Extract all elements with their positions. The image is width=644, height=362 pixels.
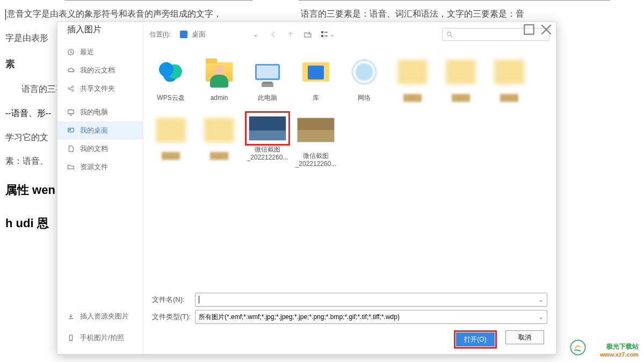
- toolbar: 位置(I): 桌面 ⌄ ⌄: [143, 22, 556, 47]
- item-library[interactable]: 库: [292, 53, 340, 103]
- open-button-label: 打开(O): [464, 335, 486, 344]
- svg-point-14: [447, 32, 451, 36]
- up-button[interactable]: [285, 28, 296, 40]
- pc-icon: [67, 108, 75, 116]
- sidebar: 插入图片 最近 我的云文档 共享文件夹 我的电脑 我的桌面: [57, 22, 143, 354]
- sidebar-item-desktop[interactable]: 我的桌面: [57, 121, 143, 140]
- svg-point-6: [72, 90, 74, 92]
- sidebar-item-label: 手机图片/拍照: [80, 333, 124, 343]
- bottom-panel: 文件名(N): ⌄ 文件类型(T): 所有图片(*.emf;*.wmf;*.jp…: [143, 285, 556, 354]
- close-button[interactable]: [539, 24, 554, 35]
- item-blurred[interactable]: ████: [485, 53, 533, 103]
- sidebar-item-label: 我的文档: [80, 144, 108, 154]
- filetype-combo[interactable]: 所有图片(*.emf;*.wmf;*.jpg;*.jpeg;*.jpe;*.pn…: [195, 310, 547, 324]
- item-label: 此电脑: [258, 94, 277, 103]
- folder-icon: [67, 163, 75, 171]
- item-wechat-screenshot-2[interactable]: 微信截图_202212260...: [292, 111, 340, 169]
- svg-point-15: [570, 340, 585, 354]
- chevron-down-icon: ⌄: [330, 31, 335, 38]
- sidebar-item-recent[interactable]: 最近: [57, 43, 143, 61]
- svg-rect-12: [321, 31, 323, 33]
- sidebar-item-resources[interactable]: 资源文件: [57, 158, 143, 176]
- item-wechat-screenshot-1[interactable]: 微信截图_202212260...: [243, 111, 292, 169]
- desktop-mini-icon: [180, 31, 187, 38]
- sidebar-item-label: 我的电脑: [80, 107, 108, 117]
- library-icon: [302, 62, 329, 82]
- chevron-down-icon: ⌄: [253, 31, 258, 38]
- sidebar-item-mydocs[interactable]: 我的文档: [57, 140, 143, 158]
- item-admin[interactable]: admin: [195, 53, 243, 103]
- item-label: admin: [211, 94, 228, 103]
- item-label-suffix: _202212260...: [295, 160, 337, 168]
- phone-icon: [67, 334, 75, 342]
- sidebar-item-phone[interactable]: 手机图片/拍照: [57, 327, 143, 349]
- svg-point-11: [70, 339, 71, 340]
- sidebar-item-label: 插入资源夹图片: [80, 312, 129, 321]
- image-thumbnail-icon: [249, 116, 286, 141]
- item-label: 网络: [358, 94, 371, 103]
- filename-input[interactable]: ⌄: [195, 293, 547, 307]
- location-combo[interactable]: 桌面 ⌄: [176, 28, 262, 41]
- svg-rect-13: [321, 35, 323, 37]
- location-value: 桌面: [192, 30, 206, 39]
- desktop-icon: [67, 127, 75, 134]
- cloud-drive-icon: [155, 60, 187, 84]
- new-folder-button[interactable]: [302, 28, 314, 40]
- sidebar-item-label: 我的桌面: [80, 126, 108, 135]
- cancel-button-label: 取消: [518, 333, 531, 342]
- insert-picture-dialog: 插入图片 最近 我的云文档 共享文件夹 我的电脑 我的桌面: [57, 21, 556, 354]
- item-this-pc[interactable]: 此电脑: [243, 53, 292, 103]
- sidebar-item-mypc[interactable]: 我的电脑: [57, 103, 143, 121]
- file-list[interactable]: WPS云盘 admin 此电脑 库 网络 ████ ████ ████ ████…: [143, 47, 556, 285]
- sidebar-item-shared[interactable]: 共享文件夹: [57, 79, 143, 98]
- cancel-button[interactable]: 取消: [505, 330, 544, 344]
- bg-line: 意音文字是由表义的象形符号和表音的声旁组成的文字，: [7, 9, 222, 18]
- filetype-value: 所有图片(*.emf;*.wmf;*.jpg;*.jpeg;*.jpe;*.pn…: [199, 313, 400, 322]
- sidebar-item-label: 最近: [80, 47, 94, 57]
- item-blurred[interactable]: ████: [147, 111, 195, 169]
- sidebar-item-label: 共享文件夹: [80, 84, 115, 93]
- filetype-label: 文件类型(T):: [152, 312, 195, 322]
- doc-icon: [67, 145, 75, 153]
- svg-rect-7: [68, 110, 74, 114]
- watermark-url: www.xz7.com: [600, 351, 639, 358]
- main-panel: 位置(I): 桌面 ⌄ ⌄: [143, 22, 556, 354]
- item-blurred[interactable]: ████: [195, 111, 243, 169]
- item-blurred[interactable]: ████: [388, 53, 437, 103]
- watermark: 极光下载站 www.xz7.com: [600, 342, 639, 358]
- back-button[interactable]: [267, 28, 279, 40]
- watermark-logo-icon: [569, 338, 587, 357]
- svg-rect-0: [524, 25, 534, 34]
- watermark-site: 极光下载站: [600, 342, 639, 351]
- sidebar-item-insert-resource[interactable]: 插入资源夹图片: [57, 306, 143, 327]
- monitor-icon: [255, 64, 280, 80]
- image-thumbnail-icon: [297, 118, 335, 142]
- filename-label: 文件名(N):: [152, 295, 195, 305]
- item-label: 微信截图: [255, 146, 280, 153]
- item-label: 库: [313, 94, 319, 103]
- network-icon: [352, 60, 377, 84]
- item-label: 微信截图: [303, 152, 329, 160]
- item-blurred[interactable]: ████: [437, 53, 485, 103]
- maximize-button[interactable]: [522, 24, 537, 35]
- item-network[interactable]: 网络: [340, 53, 388, 103]
- svg-point-4: [68, 88, 70, 90]
- sidebar-item-cloud-docs[interactable]: 我的云文档: [57, 61, 143, 79]
- item-label-suffix: _202212260...: [247, 154, 288, 161]
- export-icon: [67, 313, 75, 320]
- share-icon: [67, 85, 75, 92]
- item-label: WPS云盘: [157, 94, 184, 103]
- sidebar-item-label: 资源文件: [80, 162, 108, 172]
- svg-rect-9: [69, 129, 71, 131]
- dialog-title: 插入图片: [57, 24, 143, 43]
- svg-point-5: [72, 86, 74, 88]
- sidebar-item-label: 我的云文档: [80, 66, 115, 75]
- view-mode-button[interactable]: ⌄: [320, 30, 335, 39]
- clock-icon: [67, 48, 75, 56]
- location-label: 位置(I):: [150, 30, 171, 39]
- cloud-icon: [67, 67, 75, 74]
- search-icon: [446, 31, 453, 38]
- open-button[interactable]: 打开(O): [456, 332, 495, 346]
- item-wps-cloud[interactable]: WPS云盘: [147, 53, 195, 103]
